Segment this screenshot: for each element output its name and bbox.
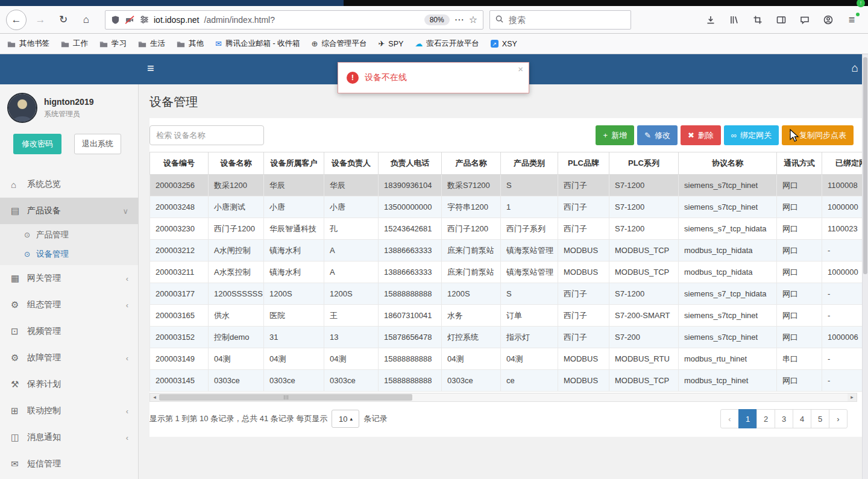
download-icon[interactable] [704,13,717,27]
table-row[interactable]: 2000031450303ce0303ce0303ce1588888888803… [150,370,863,392]
bookmark-item[interactable]: 工作 [61,39,88,49]
table-cell: modbus_tcp_hidata [679,261,777,283]
bookmark-item[interactable]: ⊕综合管理平台 [312,39,367,49]
search-icon [495,14,503,25]
next-page-button[interactable]: › [829,409,848,428]
edit-button[interactable]: ✎修改 [637,125,678,145]
sidebar-item[interactable]: ▦网关管理‹ [0,265,138,292]
bookmark-item[interactable]: ✈SPY [378,40,403,48]
scrollbar-thumb[interactable] [159,394,412,401]
chat-bubble-icon[interactable] [798,13,811,27]
vertical-scrollbar[interactable] [862,54,868,479]
sidebar-item[interactable]: ⊡视频管理 [0,318,138,345]
table-row[interactable]: 2000031771200SSSSSS1200S1200S15888888888… [150,283,863,305]
sidebar-collapse-icon[interactable]: ≡ [147,61,154,75]
sidebar-item[interactable]: ✉短信管理 [0,451,138,477]
add-button[interactable]: +新增 [596,125,634,145]
account-icon[interactable] [822,13,835,27]
sidebar-item[interactable]: ⚙故障管理‹ [0,345,138,371]
screenshot-icon[interactable] [751,13,764,27]
bind-gateway-button[interactable]: ∞绑定网关 [724,125,779,145]
app-menu-icon[interactable]: ≡ [845,13,858,27]
sidebar-item[interactable]: ⊞联动控制‹ [0,398,138,424]
table-row[interactable]: 200003256数采1200华辰华辰18390936104数采S71200S西… [150,175,863,196]
table-row[interactable]: 200003212A水闸控制镇海水利A13886663333庶来门前泵站镇海泵站… [150,240,863,261]
sidebar-item[interactable]: ▤产品设备∨ [0,198,138,224]
bookmark-star-icon[interactable]: ☆ [469,14,477,25]
sidebar-subitem[interactable]: ⊙设备管理 [0,245,138,264]
scroll-left-icon[interactable]: ◂ [150,393,159,401]
sidebar-item[interactable]: ⚒保养计划 [0,371,138,398]
blocked-media-icon[interactable] [125,15,135,25]
cross-icon: ✖ [688,131,694,140]
user-panel: hignton2019 系统管理员 [0,84,138,129]
shield-icon[interactable] [111,15,120,25]
column-header[interactable]: PLC系列 [609,152,679,175]
column-header[interactable]: 设备名称 [209,152,264,175]
table-row[interactable]: 200003230西门子1200华辰智通科技孔15243642681西门子120… [150,218,863,240]
table-row[interactable]: 200003152控制demo311315878656478灯控系统指示灯西门子… [150,327,863,348]
table-row[interactable]: 200003248小唐测试小唐小唐13500000000字符串12001西门子S… [150,196,863,218]
change-password-button[interactable]: 修改密码 [13,134,61,154]
column-header[interactable]: 设备所属客户 [264,152,324,175]
delete-button[interactable]: ✖删除 [681,125,721,145]
column-header[interactable]: 设备编号 [150,152,209,175]
forward-button[interactable]: → [31,11,49,29]
column-header[interactable]: 产品类别 [501,152,558,175]
page-button[interactable]: 5 [811,409,829,428]
sidebar-item[interactable]: ⌂系统总览 [0,171,138,198]
bookmark-item[interactable]: 其他 [177,39,204,49]
back-button[interactable]: ← [6,10,27,30]
table-cell: 1200S [264,283,324,305]
prev-page-button[interactable]: ‹ [720,409,739,428]
page-button[interactable]: 4 [793,409,811,428]
vertical-scrollbar-thumb[interactable] [863,57,867,274]
page-button[interactable]: 3 [775,409,793,428]
bookmark-item[interactable]: 其他书签 [7,39,49,49]
app-home-icon[interactable]: ⌂ [852,61,858,75]
browser-search-input[interactable] [508,14,625,25]
page-button[interactable]: 2 [756,409,775,428]
device-table: 设备编号设备名称设备所属客户设备负责人负责人电话产品名称产品类别PLC品牌PLC… [149,152,862,392]
url-bar[interactable]: iot.idosp.net/admin/index.html? 80% ⋯ ☆ [105,10,483,30]
bookmark-item[interactable]: 学习 [99,39,127,49]
bookmark-item[interactable]: ☁萤石云开放平台 [415,39,479,49]
bookmark-item[interactable]: ✉腾讯企业邮箱 - 收件箱 [215,39,300,49]
permissions-icon[interactable] [140,15,149,24]
bookmark-label: SPY [388,40,403,48]
browser-toolbar: ← → ↻ ⌂ iot.idosp.net/admin/index.html? … [0,6,868,34]
bookmark-item[interactable]: 生活 [138,39,165,49]
column-header[interactable]: 负责人电话 [379,152,442,175]
sidebar-item[interactable]: ◫消息通知‹ [0,424,138,451]
reload-button[interactable]: ↻ [54,11,72,29]
column-header[interactable]: 已绑定网关 [822,152,863,175]
table-cell: 网口 [777,370,822,392]
scroll-right-icon[interactable]: ▸ [848,393,857,401]
page-actions-icon[interactable]: ⋯ [454,14,464,25]
column-header[interactable]: 设备负责人 [324,152,379,175]
sidebar-item[interactable]: ⚙组态管理‹ [0,292,138,318]
column-header[interactable]: 通讯方式 [777,152,822,175]
horizontal-scrollbar[interactable]: ◂ ▸ [149,393,857,402]
table-row[interactable]: 20000314904测04测04测1588888888804测04测MODBU… [150,348,863,370]
table-row[interactable]: 200003211A水泵控制镇海水利A13886663333庶来门前泵站镇海泵站… [150,261,863,283]
device-search-input[interactable] [149,125,264,145]
browser-home-button[interactable]: ⌂ [77,11,95,29]
sidebar-toggle-icon[interactable] [775,13,788,27]
column-header[interactable]: PLC品牌 [558,152,609,175]
bookmark-label: 其他书签 [19,39,49,49]
column-header[interactable]: 协议名称 [679,152,777,175]
close-icon[interactable]: × [518,64,523,74]
page-button[interactable]: 1 [738,409,757,428]
logout-button[interactable]: 退出系统 [74,134,121,154]
scrollbar-track[interactable] [159,393,848,401]
sidebar-subitem[interactable]: ⊙产品管理 [0,225,138,245]
page-size-dropdown[interactable]: 10 ▴ [332,410,359,428]
bookmark-item[interactable]: ↗XSY [491,40,517,48]
column-header[interactable]: 产品名称 [442,152,501,175]
library-icon[interactable] [728,13,741,27]
browser-search-bar[interactable] [489,10,631,30]
table-row[interactable]: 200003165供水医院王18607310041水务订单西门子S7-200-S… [150,305,863,327]
zoom-badge[interactable]: 80% [424,14,450,25]
active-tab[interactable] [0,0,344,6]
